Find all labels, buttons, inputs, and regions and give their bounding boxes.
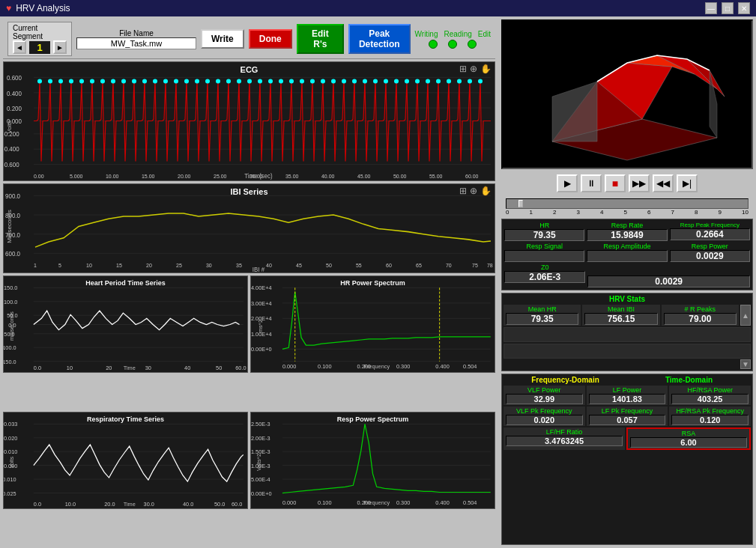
edit-r-button[interactable]: Edit R's (297, 24, 344, 54)
bottom-charts: Heart Period Time Series 150.0 100.0 (3, 275, 495, 410)
resp-peak-freq-metric: Resp Peak Frequency 0.2664 (670, 222, 750, 241)
svg-text:0.100: 0.100 (318, 363, 331, 370)
vlf-power-label: VLF Power (506, 386, 583, 394)
svg-point-66 (426, 79, 430, 83)
svg-text:40: 40 (184, 365, 190, 371)
ecg-grid-icon[interactable]: ⊞ (459, 64, 467, 74)
svg-point-67 (436, 79, 441, 83)
peak-detection-button[interactable]: Peak Detection (348, 24, 411, 55)
svg-text:30: 30 (206, 263, 212, 269)
ecg-zoom-icon[interactable]: ⊕ (470, 64, 477, 74)
write-button[interactable]: Write (201, 29, 244, 49)
metrics-row2: Resp Signal Resp Amplitude Resp Power 0.… (504, 243, 750, 262)
metrics-row1: HR 79.35 Resp Rate 15.9849 Resp Peak Fre… (504, 222, 750, 241)
segment-nav: ◄ 1 ► (13, 40, 67, 54)
lf-hf-value: 3.4763245 (506, 436, 623, 446)
lf-hf-cell: LF/HF Ratio 3.4763245 (504, 427, 625, 450)
svg-point-70 (468, 79, 472, 83)
lf-hf-label: LF/HF Ratio (506, 428, 623, 436)
svg-text:20.0: 20.0 (104, 501, 115, 508)
resp-time-chart: Respiratory Time Series 0.033 0.020 0.01… (3, 412, 248, 509)
file-name-value: MW_Task.mw (76, 37, 196, 49)
svg-rect-147 (4, 412, 247, 508)
rewind-button[interactable]: ◀◀ (653, 174, 674, 192)
segment-prev-button[interactable]: ◄ (13, 40, 26, 54)
pause-button[interactable]: ⏸ (581, 174, 602, 192)
svg-point-30 (48, 79, 52, 83)
resp-time-title: Respiratory Time Series (4, 414, 247, 424)
close-button[interactable]: ✕ (738, 2, 750, 14)
svg-point-42 (174, 79, 178, 83)
svg-point-50 (258, 79, 262, 83)
svg-text:-0.600: -0.600 (4, 162, 19, 168)
writing-light (429, 40, 438, 49)
svg-text:0.010: 0.010 (4, 448, 17, 455)
svg-text:0.600: 0.600 (7, 75, 22, 82)
ecg-chart: ECG ⊞ ⊕ ✋ 0.600 (3, 61, 495, 181)
svg-text:-150.0: -150.0 (4, 359, 16, 365)
resp-signal-value (504, 250, 584, 262)
svg-point-61 (373, 79, 378, 83)
pk-freq-row: VLF Pk Frequency 0.020 LF Pk Frequency 0… (504, 407, 751, 426)
ecg-svg: 0.600 0.400 0.200 0.000 -0.200 -0.400 -0… (4, 62, 495, 180)
resp-power-val2: 0.0029 (587, 275, 750, 287)
fast-forward-button[interactable]: ▶▶ (629, 174, 650, 192)
play-button[interactable]: ▶ (557, 174, 578, 192)
svg-point-37 (121, 79, 126, 83)
hf-rsa-pk-freq-label: HF/RSA Pk Frequency (671, 407, 749, 415)
svg-text:70: 70 (446, 263, 452, 269)
svg-text:0.00: 0.00 (34, 174, 44, 179)
maximize-button[interactable]: □ (722, 2, 734, 14)
svg-text:0.504: 0.504 (463, 499, 477, 505)
ibi-hand-icon[interactable]: ✋ (480, 186, 492, 196)
svg-text:1: 1 (34, 263, 37, 269)
svg-text:600.0: 600.0 (5, 251, 20, 258)
ibi-grid-icon[interactable]: ⊞ (459, 186, 467, 196)
segment-next-button[interactable]: ► (53, 40, 67, 54)
file-name-box: File Name MW_Task.mw (76, 29, 196, 49)
stats-scroll-up[interactable]: ▲ (740, 305, 751, 326)
svg-point-62 (384, 79, 388, 83)
stop-button[interactable]: ■ (605, 174, 626, 192)
minimize-button[interactable]: — (705, 2, 717, 14)
hf-rsa-pk-freq-value: 0.120 (671, 415, 749, 425)
svg-text:0.000: 0.000 (282, 363, 296, 370)
app-icon: ♥ (6, 3, 11, 13)
status-lights (429, 40, 477, 49)
status-labels: Writing Reading Edit (415, 30, 491, 38)
svg-point-38 (132, 79, 136, 83)
segment-number: 1 (29, 41, 50, 54)
rsa-label: RSA (630, 430, 747, 437)
ibi-zoom-icon[interactable]: ⊕ (470, 186, 477, 196)
svg-text:55.00: 55.00 (429, 174, 443, 179)
resp-power-value: 0.0029 (670, 250, 750, 262)
svg-text:78: 78 (487, 263, 493, 269)
left-panel: Current Segment ◄ 1 ► File Name MW_Task.… (0, 16, 498, 548)
svg-point-43 (184, 79, 189, 83)
svg-point-44 (195, 79, 199, 83)
skip-button[interactable]: ▶| (677, 174, 698, 192)
svg-text:0.400: 0.400 (435, 499, 449, 505)
resp-power-metric: Resp Power 0.0029 (670, 243, 750, 262)
svg-text:0.400: 0.400 (435, 363, 449, 370)
svg-text:50.00: 50.00 (393, 174, 407, 179)
stats-scroll-down[interactable]: ▼ (740, 359, 751, 369)
svg-point-55 (310, 79, 315, 83)
svg-text:0.020: 0.020 (4, 434, 17, 441)
ecg-hand-icon[interactable]: ✋ (480, 64, 492, 74)
hr-power-chart: HR Power Spectrum 4.00E+4 3.00E+4 2.00E+… (250, 275, 495, 373)
svg-text:35: 35 (236, 263, 242, 269)
svg-point-36 (111, 79, 115, 83)
playback-slider[interactable] (506, 198, 749, 209)
svg-text:5: 5 (58, 263, 61, 269)
done-button[interactable]: Done (249, 29, 292, 49)
lf-pk-freq-value: 0.057 (589, 415, 666, 425)
svg-text:15: 15 (116, 263, 122, 269)
svg-point-53 (289, 79, 294, 83)
status-group: Writing Reading Edit (415, 30, 491, 49)
segment-label: Current Segment (13, 24, 67, 40)
title-bar: ♥ HRV Analysis — □ ✕ (0, 0, 756, 16)
svg-text:Volts: Volts (6, 121, 13, 134)
svg-text:-100.0: -100.0 (4, 344, 16, 351)
svg-text:0.504: 0.504 (463, 363, 477, 370)
